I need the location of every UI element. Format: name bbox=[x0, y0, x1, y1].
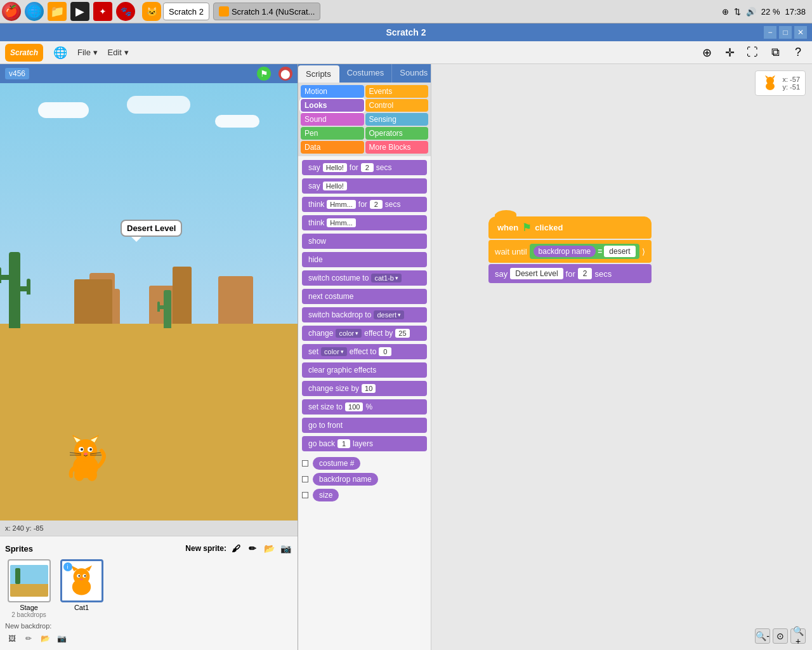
move-icon[interactable]: ✛ bbox=[721, 44, 738, 62]
titlebar: Scratch 2 − □ ✕ bbox=[0, 23, 812, 41]
new-sprite-label: New sprite: bbox=[185, 544, 226, 553]
taskbar-scratch14-icon bbox=[219, 6, 229, 17]
block-set-effect[interactable]: set color effect to 0 bbox=[302, 344, 427, 359]
block-say[interactable]: say Hello! bbox=[302, 178, 427, 194]
block-change-size[interactable]: change size by 10 bbox=[302, 381, 427, 396]
checkbox-backdrop[interactable] bbox=[302, 476, 308, 482]
cat-sound[interactable]: Sound bbox=[301, 113, 364, 126]
green-flag-button[interactable]: ⚑ bbox=[257, 67, 271, 81]
svg-point-18 bbox=[74, 568, 90, 585]
zoom-out-button[interactable]: 🔍- bbox=[755, 628, 770, 644]
taskbar-antivirus-icon[interactable]: 🐾 bbox=[116, 2, 135, 21]
taskbar-scratch2-icon[interactable]: 🐱 bbox=[142, 2, 161, 21]
cat-data[interactable]: Data bbox=[301, 141, 364, 154]
cat1-info-badge[interactable]: i bbox=[63, 562, 72, 571]
zoom-in-icon[interactable]: ⊕ bbox=[698, 44, 716, 62]
cat-more-blocks[interactable]: More Blocks bbox=[365, 141, 429, 154]
file-menu[interactable]: File ▾ bbox=[77, 48, 98, 57]
cat1-sprite-thumb[interactable]: i bbox=[60, 559, 103, 602]
backdrop-name-reporter-ws[interactable]: backdrop name bbox=[534, 246, 596, 257]
sprite-item-stage[interactable]: Stage 2 backdrops bbox=[5, 559, 53, 618]
tab-costumes[interactable]: Costumes bbox=[339, 64, 393, 83]
hat-block-when-clicked[interactable]: when ⚑ clicked bbox=[488, 216, 652, 239]
block-reporter-backdrop[interactable]: backdrop name bbox=[302, 473, 427, 486]
cat-control[interactable]: Control bbox=[365, 99, 429, 112]
block-clear-effects[interactable]: clear graphic effects bbox=[302, 362, 427, 378]
camera-sprite-icon[interactable]: 📷 bbox=[278, 541, 292, 555]
taskbar-folder-icon[interactable]: 📁 bbox=[48, 2, 67, 21]
block-reporter-size[interactable]: size bbox=[302, 489, 427, 501]
edit-menu[interactable]: Edit ▾ bbox=[108, 48, 129, 57]
sprites-label: Sprites bbox=[5, 544, 33, 554]
camera-backdrop-icon[interactable]: 📷 bbox=[55, 632, 69, 646]
new-sprite-controls: New sprite: 🖌 ✏ 📂 📷 bbox=[185, 541, 292, 555]
cloud-3 bbox=[215, 115, 259, 128]
theater-icon[interactable]: ⧉ bbox=[766, 44, 784, 62]
block-reporter-costume[interactable]: costume # bbox=[302, 457, 427, 470]
ws-block-wait-until[interactable]: wait until backdrop name = desert ⟩ bbox=[488, 240, 652, 263]
close-button[interactable]: ✕ bbox=[794, 26, 807, 39]
help-icon[interactable]: ? bbox=[789, 44, 807, 62]
globe-icon[interactable]: 🌐 bbox=[53, 46, 67, 60]
cat-operators[interactable]: Operators bbox=[365, 127, 429, 140]
tab-sounds[interactable]: Sounds bbox=[392, 64, 436, 83]
tab-scripts[interactable]: Scripts bbox=[298, 65, 339, 83]
taskbar-browser-icon[interactable]: 🌐 bbox=[25, 2, 44, 21]
mesa-3 bbox=[173, 267, 192, 324]
taskbar-scratch2-window[interactable]: Scratch 2 bbox=[163, 3, 209, 20]
block-think[interactable]: think Hmm... bbox=[302, 215, 427, 230]
block-hide[interactable]: hide bbox=[302, 252, 427, 267]
stop-button[interactable]: ⬤ bbox=[278, 67, 292, 81]
block-say-secs[interactable]: say Hello! for 2 secs bbox=[302, 160, 427, 175]
taskbar-star-icon[interactable]: ✦ bbox=[93, 2, 112, 21]
flag-icon-ws: ⚑ bbox=[522, 222, 531, 234]
paint-backdrop-icon[interactable]: 🖼 bbox=[5, 632, 19, 646]
cloud-2 bbox=[127, 96, 190, 114]
folder-sprite-icon[interactable]: 📂 bbox=[262, 541, 276, 555]
taskbar-scratch14-window[interactable]: Scratch 1.4 (NuScrat... bbox=[213, 3, 321, 20]
scratch-logo: Scratch bbox=[5, 44, 43, 62]
cat-motion[interactable]: Motion bbox=[301, 85, 364, 98]
taskbar-scratch2-label: Scratch 2 bbox=[169, 7, 204, 17]
ws-block-say[interactable]: say Desert Level for 2 secs bbox=[488, 264, 652, 283]
equals-sign: = bbox=[598, 247, 602, 256]
desert-ground bbox=[0, 324, 298, 521]
app-title: Scratch 2 bbox=[386, 27, 426, 37]
cat-looks[interactable]: Looks bbox=[301, 99, 364, 112]
block-change-effect[interactable]: change color effect by 25 bbox=[302, 326, 427, 341]
block-switch-backdrop[interactable]: switch backdrop to desert bbox=[302, 307, 427, 322]
svg-point-15 bbox=[74, 468, 84, 481]
sprite-item-cat1[interactable]: i Cat1 bbox=[58, 559, 105, 618]
cat-sprite[interactable] bbox=[63, 432, 108, 482]
block-show[interactable]: show bbox=[302, 234, 427, 249]
stage-version-label: v456 bbox=[5, 68, 29, 79]
upload-sprite-icon[interactable]: ✏ bbox=[246, 541, 259, 555]
block-set-size[interactable]: set size to 100 % bbox=[302, 399, 427, 415]
cat-sensing[interactable]: Sensing bbox=[365, 113, 429, 126]
desert-level-value: Desert Level bbox=[510, 268, 563, 279]
cat-pen[interactable]: Pen bbox=[301, 127, 364, 140]
checkbox-size[interactable] bbox=[302, 492, 308, 498]
taskbar-apple-icon[interactable]: 🍎 bbox=[2, 2, 21, 21]
maximize-button[interactable]: □ bbox=[779, 26, 792, 39]
paint-sprite-icon[interactable]: 🖌 bbox=[229, 541, 243, 555]
taskbar-terminal-icon[interactable]: ▶ bbox=[70, 2, 89, 21]
block-go-back[interactable]: go back 1 layers bbox=[302, 436, 427, 451]
block-next-costume[interactable]: next costume bbox=[302, 289, 427, 304]
block-go-front[interactable]: go to front bbox=[302, 418, 427, 433]
zoom-reset-button[interactable]: ⊙ bbox=[773, 628, 788, 644]
svg-point-25 bbox=[80, 578, 83, 580]
block-switch-costume[interactable]: switch costume to cat1-b bbox=[302, 270, 427, 286]
stage-sprite-thumb[interactable] bbox=[8, 559, 51, 602]
edit-backdrop-icon[interactable]: ✏ bbox=[22, 632, 36, 646]
cat-events[interactable]: Events bbox=[365, 85, 429, 98]
svg-point-9 bbox=[89, 448, 92, 451]
cactus-mid bbox=[164, 290, 171, 328]
block-think-secs[interactable]: think Hmm... for 2 secs bbox=[302, 197, 427, 212]
speech-bubble: Desert Level bbox=[121, 220, 182, 237]
minimize-button[interactable]: − bbox=[764, 26, 776, 39]
checkbox-costume[interactable] bbox=[302, 460, 308, 467]
fullscreen-icon[interactable]: ⛶ bbox=[743, 44, 761, 62]
zoom-in-button[interactable]: 🔍+ bbox=[790, 628, 806, 644]
folder-backdrop-icon[interactable]: 📂 bbox=[38, 632, 52, 646]
